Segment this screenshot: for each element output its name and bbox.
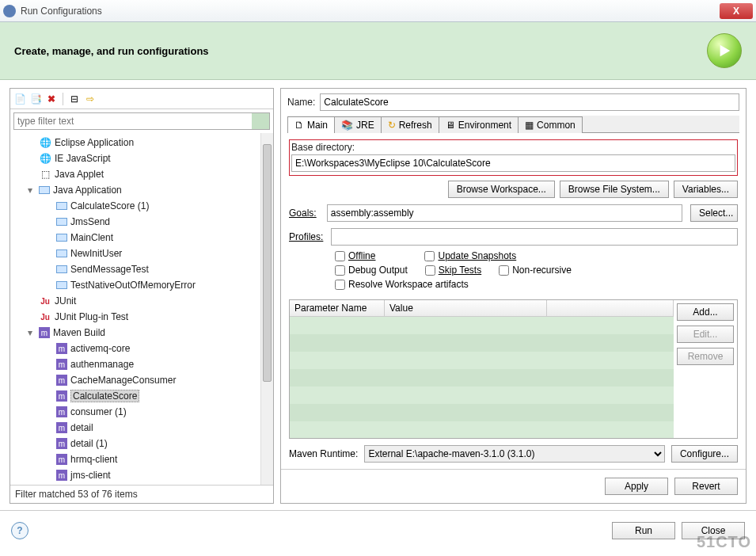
revert-button[interactable]: Revert [674,478,738,495]
panel-footer: Apply Revert [281,469,746,503]
tab-common[interactable]: ▦Common [518,116,583,133]
profiles-input[interactable] [331,228,738,246]
tabs: 🗋Main 📚JRE ↻Refresh 🖥Environment ▦Common [287,116,739,133]
tree-item[interactable]: ▭CalculateScore (1) [10,198,260,214]
filter-box[interactable] [13,112,270,130]
right-panel: Name: 🗋Main 📚JRE ↻Refresh 🖥Environment ▦… [280,88,747,504]
offline-checkbox[interactable]: Offline [335,250,375,261]
runtime-select[interactable]: External E:\apache-maven-3.1.0 (3.1.0) [364,445,665,463]
tree-item[interactable]: ▭JmsSend [10,214,260,230]
tab-main[interactable]: 🗋Main [287,116,335,133]
configure-button[interactable]: Configure... [671,445,738,463]
left-toolbar: 📄 📑 ✖ ⊟ ⇨ [10,89,273,109]
select-button[interactable]: Select... [690,204,738,222]
tree-item[interactable]: ▭TestNativeOutOfMemoryError [10,277,260,293]
tree-item[interactable]: ▾mMaven Build [10,325,260,341]
tab-environment[interactable]: 🖥Environment [439,116,519,133]
config-tree[interactable]: 🌐Eclipse Application🌐IE JavaScript⬚Java … [10,133,260,485]
jre-icon: 📚 [341,120,353,131]
titlebar: Run Configurations X [0,0,756,22]
tree-item[interactable]: mconsumer (1) [10,404,260,420]
tree-item[interactable]: ▭MainClent [10,230,260,246]
tab-body-main: Base directory: Browse Workspace... Brow… [281,133,746,469]
name-input[interactable] [320,93,739,111]
variables-button[interactable]: Variables... [674,181,738,198]
add-button[interactable]: Add... [677,303,734,321]
tree-item[interactable]: mactivemq-core [10,341,260,356]
close-button[interactable]: X [720,3,753,19]
tree-item[interactable]: mhrmq-client [10,451,260,467]
header: Create, manage, and run configurations [0,22,756,80]
tree-item[interactable]: JuJUnit [10,293,260,309]
browse-filesystem-button[interactable]: Browse File System... [560,181,669,198]
col-empty [547,300,674,316]
filter-cap [252,113,269,129]
refresh-icon: ↻ [388,120,396,131]
filter-status: Filter matched 53 of 76 items [10,485,273,503]
tree-item[interactable]: mdetail [10,420,260,436]
tree-item[interactable]: ▾▭Java Application [10,182,260,198]
goals-input[interactable] [327,204,682,222]
watermark: 51CTO [697,533,751,551]
table-body[interactable] [290,317,674,438]
dialog-footer: ? Run Close [0,510,756,550]
basedir-label: Base directory: [291,142,735,153]
duplicate-icon[interactable]: 📑 [29,93,42,105]
filter-icon[interactable]: ⇨ [84,93,97,105]
tree-item[interactable]: mjms-client [10,467,260,483]
app-icon [3,5,16,17]
env-icon: 🖥 [446,120,455,131]
goals-label: Goals: [289,208,319,219]
tree-item[interactable]: ▭NewInitUser [10,246,260,261]
edit-button[interactable]: Edit... [677,326,734,343]
runtime-label: Maven Runtime: [289,448,358,459]
new-icon[interactable]: 📄 [13,93,26,105]
help-icon[interactable]: ? [11,522,28,539]
main-icon: 🗋 [294,120,304,131]
window-title: Run Configurations [21,6,720,17]
collapse-icon[interactable]: ⊟ [68,93,81,105]
separator [63,93,63,105]
basedir-input[interactable] [291,154,735,172]
apply-button[interactable]: Apply [605,478,668,495]
delete-icon[interactable]: ✖ [45,93,58,105]
non-recursive-checkbox[interactable]: Non-recursive [499,265,572,276]
browse-workspace-button[interactable]: Browse Workspace... [448,181,555,198]
scrollbar[interactable] [260,133,273,485]
tree-item[interactable]: mauthenmanage [10,356,260,372]
tree-item[interactable]: ⬚Java Applet [10,166,260,182]
resolve-workspace-checkbox[interactable]: Resolve Workspace artifacts [335,279,469,290]
update-snapshots-checkbox[interactable]: Update Snapshots [424,250,516,261]
header-title: Create, manage, and run configurations [14,45,707,57]
col-value[interactable]: Value [385,300,547,316]
tree-item[interactable]: mCacheManageConsumer [10,372,260,388]
tree-item[interactable]: mdetail (1) [10,436,260,451]
tree-item[interactable]: JuJUnit Plug-in Test [10,309,260,325]
tree-item[interactable]: 🌐IE JavaScript [10,150,260,166]
filter-input[interactable] [14,114,252,128]
common-icon: ▦ [525,120,534,131]
name-label: Name: [287,97,315,108]
tree-item[interactable]: ▭SendMessageTest [10,261,260,277]
scroll-thumb[interactable] [263,144,272,382]
debug-output-checkbox[interactable]: Debug Output [335,265,408,276]
profiles-label: Profiles: [289,231,323,242]
tab-refresh[interactable]: ↻Refresh [381,116,439,133]
tab-jre[interactable]: 📚JRE [334,116,382,133]
parameters-table: Parameter Name Value Add... Edit... Remo… [289,299,738,439]
run-button[interactable]: Run [612,522,675,539]
run-icon [707,33,742,68]
skip-tests-checkbox[interactable]: Skip Tests [425,265,481,276]
tree-item[interactable]: mCalculateScore [10,388,260,404]
remove-button[interactable]: Remove [677,348,734,365]
left-panel: 📄 📑 ✖ ⊟ ⇨ 🌐Eclipse Application🌐IE JavaSc… [9,88,274,504]
tree-item[interactable]: 🌐Eclipse Application [10,135,260,150]
col-parameter-name[interactable]: Parameter Name [290,300,385,316]
